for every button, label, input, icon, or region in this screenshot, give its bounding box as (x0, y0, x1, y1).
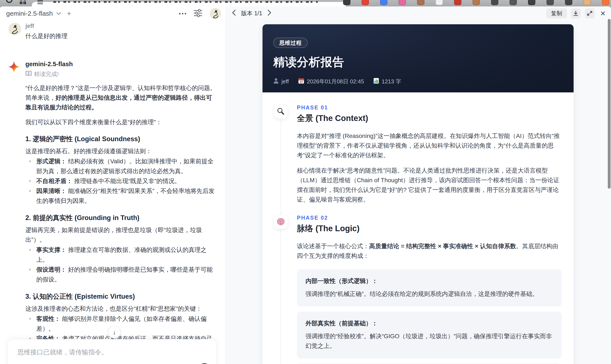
card-body: 强调推理的“机械正确”。结论必须在给定的规则系统内逻辑自洽，这是推理的硬件基础。 (306, 289, 553, 299)
report-hero: 思维过程 精读分析报告 jeff 17 (263, 24, 574, 92)
expand-fullscreen-icon[interactable] (585, 8, 595, 18)
bar-chart-icon (373, 78, 379, 85)
phase-paragraph: 核心情境在于解决“思考的随意性”问题。不论是人类通过批判性思维进行决策，还是大语… (297, 166, 561, 204)
assistant-status-text: 精读完成! (34, 70, 59, 78)
chevron-right-icon[interactable] (267, 10, 272, 17)
magnifier-icon (274, 104, 288, 119)
report-meta: jeff 17 2026年01月08日 02:45 1 (273, 78, 563, 85)
section-intro: 逻辑再完美，如果前提是错误的，推理也是垃圾（即“垃圾进，垃圾出”）。 (25, 225, 217, 245)
phase-intro: 该论述基于一个核心公式：高质量结论 = 结构完整性 × 事实准确性 × 认知自律… (297, 241, 561, 261)
card-body: 强调推理的“经验校准”。解决“GIGO（垃圾进，垃圾出）”问题，确保推理引擎运行… (306, 331, 553, 351)
meta-author: jeff (273, 78, 289, 85)
bullet-item: 不自相矛盾： 推理链条中不能出现“既是又非”的情况。 (25, 176, 217, 186)
bullet-item: 因果清晰： 能准确区分“相关性”和“因果关系”，不会轻率地将先后发生的事情归为因… (25, 186, 217, 206)
meta-word-count: 1213 字 (373, 78, 401, 85)
bullet-item: 事实支撑： 推理建立在可靠的数据、准确的观测或公认的真理之上。 (25, 245, 217, 265)
card-heading: 内部一致性（形式逻辑）： (306, 277, 553, 285)
extension-icon-red[interactable] (362, 0, 369, 5)
reload-icon[interactable] (6, 0, 13, 3)
logic-card-2: 外部真实性（前提基础）： 强调推理的“经验校准”。解决“GIGO（垃圾进，垃圾出… (297, 312, 561, 358)
chat-input-placeholder: 思维接口已就绪，请传输指令。 (17, 348, 207, 357)
user-message: jeff 什么是好的推理 (9, 22, 216, 46)
menu-icon (37, 0, 43, 4)
extension-icon-brown[interactable] (417, 0, 425, 5)
paragraph: “什么是好的推理？”这是一个涉及逻辑学、认知科学和哲学核心的问题。简单来说，好的… (25, 83, 217, 112)
assistant-status: 精读完成! (25, 70, 216, 78)
close-icon[interactable]: × (600, 9, 605, 18)
browser-orange-icon[interactable] (602, 0, 609, 5)
hero-badge: 思维过程 (273, 38, 308, 48)
apps-grid-icon[interactable] (20, 0, 27, 3)
artifact-header: 版本 1/1 复制 × (226, 6, 611, 20)
version-navigator: 版本 1/1 (232, 10, 272, 17)
user-avatar (9, 23, 21, 35)
paragraph: 我们可以从以下四个维度来衡量什么是“好的推理”： (25, 117, 217, 127)
bullet-item: 客观性： 能够识别并尽量排除个人偏见（如幸存者偏差、确认偏差）。 (25, 314, 217, 334)
app-window: gemini-2.5-flash + (0, 6, 611, 364)
scroll-to-bottom-button[interactable]: ↓ (108, 326, 121, 338)
extension-icon-tan[interactable] (473, 0, 480, 5)
bullet-item: 形式逻辑： 结构必须有效（Valid）。比如演绎推理中，如果前提全部为真，那么通… (25, 156, 217, 176)
arrow-down-icon: ↓ (113, 328, 116, 336)
phase-label: PHASE 02 (297, 215, 561, 221)
brain-icon (274, 215, 288, 229)
person-icon (273, 78, 279, 85)
profile-avatar-icon[interactable] (584, 0, 591, 5)
card-heading: 外部真实性（前提基础）： (306, 319, 553, 327)
phase-section-2: PHASE 02 脉络 (The Logic) 该论述基于一个核心公式：高质量结… (263, 204, 574, 364)
assistant-message: gemini-2.5-flash 精读完成! “什么是好的推理？”这是一个涉及逻… (9, 61, 216, 364)
chevron-left-icon[interactable] (232, 10, 236, 17)
chat-input[interactable]: 思维接口已就绪，请传输指令。 + (7, 339, 217, 364)
assistant-model-name: gemini-2.5-flash (25, 61, 216, 68)
extension-icon-phone[interactable] (546, 0, 554, 5)
user-avatar[interactable] (210, 8, 221, 19)
chat-messages: jeff 什么是好的推理 gemini-2.5-flash (0, 21, 226, 364)
extension-icon-photo[interactable] (454, 0, 461, 5)
new-chat-button[interactable]: + (67, 10, 71, 18)
version-label: 版本 1/1 (241, 10, 262, 17)
extension-icon-gray-a[interactable] (491, 0, 498, 5)
copy-button[interactable]: 复制 (546, 8, 567, 18)
section-intro: 这是推理的基石。好的推理必须遵循逻辑法则： (25, 146, 217, 156)
gemini-star-icon (8, 61, 20, 73)
chat-panel: gemini-2.5-flash + (0, 6, 226, 364)
extension-icon-grid[interactable] (565, 0, 572, 5)
browser-tab[interactable] (32, 2, 346, 6)
extension-icon-gray-b[interactable] (509, 0, 517, 5)
bullet-item: 假设透明： 好的推理会明确指明哪些是已知事实，哪些是基于可能的假设。 (25, 265, 217, 285)
phase-label: PHASE 01 (297, 104, 561, 111)
phase-section-1: PHASE 01 全景 (The Context) 本内容是对“推理 (Reas… (263, 92, 574, 204)
bullet-list: 事实支撑： 推理建立在可靠的数据、准确的观测或公认的真理之上。 假设透明： 好的… (25, 245, 217, 285)
model-selector[interactable]: gemini-2.5-flash (6, 10, 62, 17)
extension-icon-panda[interactable] (436, 0, 443, 5)
download-icon[interactable] (571, 8, 581, 18)
phase-title: 脉络 (The Logic) (297, 223, 561, 234)
section-heading-1: 1. 逻辑的严密性 (Logical Soundness) (25, 135, 217, 143)
extension-icon-blue[interactable] (380, 0, 387, 5)
report-card: 思维过程 精读分析报告 jeff 17 (263, 24, 574, 364)
more-options-icon[interactable] (179, 13, 186, 14)
section-heading-2: 2. 前提的真实性 (Grounding in Truth) (25, 214, 217, 222)
meta-date: 17 2026年01月08日 02:45 (298, 78, 364, 85)
phase-paragraph: 本内容是对“推理 (Reasoning)”这一抽象概念的高层建模。在知识爆炸与人… (297, 131, 561, 160)
model-selector-label: gemini-2.5-flash (6, 10, 53, 17)
artifact-panel: 版本 1/1 复制 × 思 (226, 6, 611, 364)
logic-dimension-cards: 内部一致性（形式逻辑）： 强调推理的“机械正确”。结论必须在给定的规则系统内逻辑… (297, 269, 561, 364)
calendar-icon: 17 (298, 78, 304, 85)
scrollbar-thumb[interactable] (608, 19, 611, 189)
chevron-down-icon (56, 12, 62, 15)
bullet-list: 形式逻辑： 结构必须有效（Valid）。比如演绎推理中，如果前提全部为真，那么通… (25, 156, 217, 206)
extension-icon-pen[interactable] (528, 0, 535, 5)
chat-header: gemini-2.5-flash + (0, 6, 226, 21)
extension-icon-dark-badge[interactable] (343, 0, 350, 5)
settings-sliders-icon[interactable] (194, 9, 202, 18)
logic-card-1: 内部一致性（形式逻辑）： 强调推理的“机械正确”。结论必须在给定的规则系统内逻辑… (297, 269, 561, 306)
svg-text:17: 17 (300, 80, 303, 84)
extension-icon-pink[interactable] (398, 0, 406, 5)
report-title: 精读分析报告 (273, 54, 563, 70)
artifact-actions: 复制 × (546, 8, 605, 18)
section-intro: 这涉及推理者的心态和方法论，也是区分“杠精”和“思想家”的关键： (25, 304, 217, 313)
browser-toolbar (0, 0, 611, 6)
section-heading-3: 3. 认知的公正性 (Epistemic Virtues) (25, 292, 217, 301)
extension-icons (343, 0, 609, 6)
